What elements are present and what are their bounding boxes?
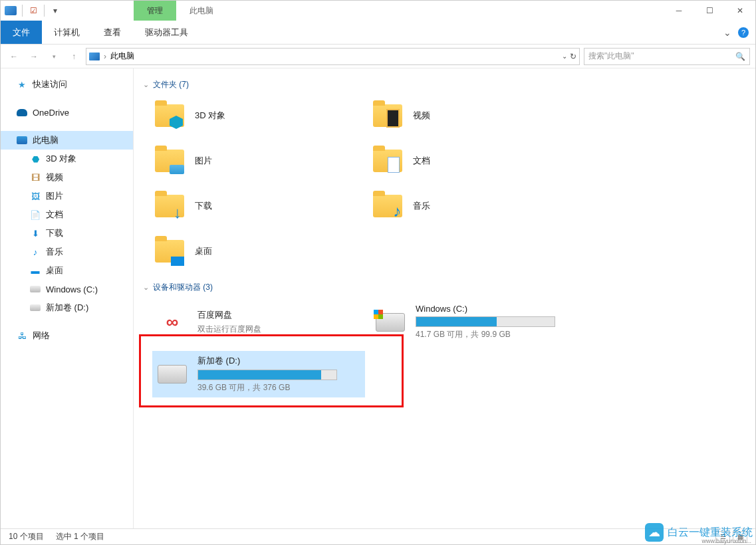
drive-icon — [30, 284, 41, 294]
folder-documents[interactable]: 文档 — [370, 142, 583, 179]
item-label: 下载 — [195, 200, 212, 212]
group-header-drives[interactable]: ⌄ 设备和驱动器 (3) — [143, 282, 746, 293]
contextual-tab-manage: 管理 — [134, 1, 176, 21]
folder-music[interactable]: ♪音乐 — [370, 187, 583, 225]
sidebar-downloads[interactable]: ⬇下载 — [1, 224, 133, 243]
star-icon: ★ — [17, 79, 27, 90]
sidebar-item-label: 文档 — [46, 209, 63, 221]
cloud-icon — [17, 107, 27, 118]
sidebar-drive-c[interactable]: Windows (C:) — [1, 280, 133, 298]
folder-pictures[interactable]: 图片 — [152, 142, 365, 179]
drive-subtitle: 双击运行百度网盘 — [197, 324, 361, 335]
group-header-label: 设备和驱动器 (3) — [153, 282, 213, 293]
drive-usage-bar — [197, 370, 337, 380]
sidebar-item-label: OneDrive — [33, 108, 69, 118]
sidebar-videos[interactable]: 🎞视频 — [1, 168, 133, 187]
sidebar-desktop[interactable]: ▬桌面 — [1, 261, 133, 280]
pc-icon — [17, 135, 27, 146]
sidebar-item-label: 网络 — [33, 330, 50, 342]
item-label: 文档 — [413, 155, 430, 167]
help-icon[interactable]: ? — [738, 27, 749, 38]
cube-icon: ⬣ — [30, 154, 41, 164]
drive-icon — [374, 308, 406, 337]
video-icon: 🎞 — [30, 172, 41, 183]
search-input[interactable]: 搜索"此电脑" 🔍 — [584, 48, 750, 65]
maximize-button[interactable]: ☐ — [694, 1, 725, 21]
sidebar-network[interactable]: 🖧网络 — [1, 326, 133, 345]
statusbar: 10 个项目 选中 1 个项目 ☰ ▦ — [1, 528, 755, 544]
content-pane: ⌄ 文件夹 (7) 3D 对象 视频 图片 文档 ↓下载 ♪音乐 桌面 ⌄ 设备… — [134, 68, 755, 528]
sidebar-this-pc[interactable]: 此电脑 — [1, 131, 133, 150]
music-icon: ♪ — [30, 247, 41, 257]
sidebar-3d-objects[interactable]: ⬣3D 对象 — [1, 150, 133, 168]
search-icon[interactable]: 🔍 — [735, 52, 745, 61]
folder-icon — [372, 101, 404, 130]
sidebar-music[interactable]: ♪音乐 — [1, 243, 133, 261]
close-button[interactable]: ✕ — [725, 1, 755, 21]
app-icon — [5, 6, 17, 15]
group-header-folders[interactable]: ⌄ 文件夹 (7) — [143, 79, 746, 90]
drive-baidu[interactable]: ∞ 百度网盘 双击运行百度网盘 — [152, 300, 365, 344]
chevron-down-icon[interactable]: ⌄ — [143, 283, 149, 292]
drive-icon — [156, 360, 188, 389]
tab-computer[interactable]: 计算机 — [42, 21, 92, 44]
drive-usage-bar — [416, 316, 555, 327]
drive-d[interactable]: 新加卷 (D:) 39.6 GB 可用，共 376 GB — [152, 351, 365, 397]
ribbon-collapse-icon[interactable]: ⌄ — [723, 27, 731, 38]
drive-c[interactable]: Windows (C:) 41.7 GB 可用，共 99.9 GB — [370, 300, 583, 344]
sidebar-onedrive[interactable]: OneDrive — [1, 103, 133, 122]
baidu-icon: ∞ — [156, 308, 188, 337]
sidebar-item-label: 视频 — [46, 171, 63, 183]
address-bar[interactable]: › 此电脑 ⌄ ↻ — [86, 48, 580, 65]
watermark-url: www.baiyunxiton... — [701, 538, 751, 544]
navigation-pane: ★快速访问 OneDrive 此电脑 ⬣3D 对象 🎞视频 🖼图片 📄文档 ⬇下… — [1, 68, 134, 528]
minimize-button[interactable]: ─ — [664, 1, 694, 21]
tab-drive-tools[interactable]: 驱动器工具 — [133, 21, 200, 44]
folder-downloads[interactable]: ↓下载 — [152, 187, 365, 225]
folder-icon: ↓ — [154, 191, 186, 221]
forward-button[interactable]: → — [26, 49, 42, 64]
picture-icon: 🖼 — [30, 191, 41, 201]
item-label: 图片 — [195, 155, 212, 167]
back-button[interactable]: ← — [6, 49, 22, 64]
folder-icon: ♪ — [372, 191, 404, 221]
drive-icon — [30, 302, 41, 313]
ribbon: 文件 计算机 查看 驱动器工具 ⌄ ? — [1, 21, 755, 45]
drive-name: 百度网盘 — [197, 309, 361, 321]
sidebar-item-label: 新加卷 (D:) — [46, 302, 88, 314]
sidebar-item-label: 此电脑 — [33, 134, 59, 146]
drive-status: 39.6 GB 可用，共 376 GB — [197, 382, 361, 393]
sidebar-quick-access[interactable]: ★快速访问 — [1, 75, 133, 94]
window-title: 此电脑 — [189, 5, 213, 17]
sidebar-pictures[interactable]: 🖼图片 — [1, 187, 133, 205]
folder-3d-objects[interactable]: 3D 对象 — [152, 97, 365, 134]
sidebar-item-label: Windows (C:) — [46, 284, 98, 294]
item-label: 桌面 — [195, 245, 212, 257]
folder-icon — [154, 146, 186, 175]
address-dropdown-icon[interactable]: ⌄ — [562, 53, 567, 60]
titlebar: ☑ ▾ 管理 此电脑 ─ ☐ ✕ — [1, 1, 755, 21]
network-icon: 🖧 — [17, 330, 27, 341]
folder-icon — [154, 101, 186, 130]
recent-dropdown-icon[interactable]: ▾ — [46, 49, 62, 64]
qat-properties-icon[interactable]: ☑ — [28, 5, 39, 16]
drive-name: Windows (C:) — [416, 304, 579, 314]
location-icon — [89, 53, 100, 60]
drive-status: 41.7 GB 可用，共 99.9 GB — [416, 329, 579, 340]
sidebar-drive-d[interactable]: 新加卷 (D:) — [1, 298, 133, 317]
chevron-right-icon[interactable]: › — [104, 52, 106, 61]
tab-view[interactable]: 查看 — [92, 21, 133, 44]
qat-dropdown-icon[interactable]: ▾ — [50, 5, 61, 16]
desktop-icon: ▬ — [30, 265, 41, 276]
folder-videos[interactable]: 视频 — [370, 97, 583, 134]
document-icon: 📄 — [30, 209, 41, 220]
refresh-icon[interactable]: ↻ — [570, 52, 576, 61]
folder-icon — [154, 237, 186, 266]
up-button[interactable]: ↑ — [66, 49, 82, 64]
item-label: 音乐 — [413, 200, 430, 212]
tab-file[interactable]: 文件 — [1, 21, 42, 44]
status-item-count: 10 个项目 — [9, 531, 44, 542]
chevron-down-icon[interactable]: ⌄ — [143, 80, 149, 89]
sidebar-documents[interactable]: 📄文档 — [1, 205, 133, 224]
folder-desktop[interactable]: 桌面 — [152, 233, 365, 270]
